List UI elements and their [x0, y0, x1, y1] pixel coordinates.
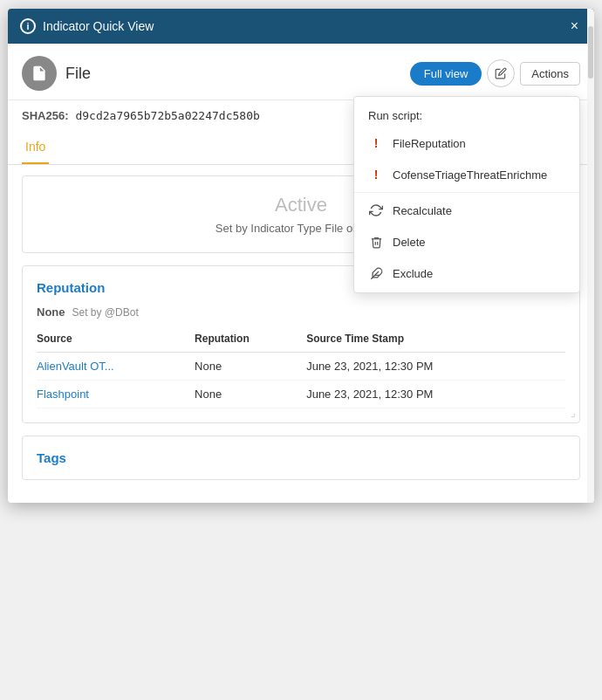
rep-resize-handle: ⌟	[571, 407, 576, 419]
modal-header: i Indicator Quick View ×	[8, 9, 594, 44]
dropdown-label-exclude: Exclude	[393, 267, 433, 280]
scrollbar-track[interactable]	[587, 9, 594, 503]
close-button[interactable]: ×	[567, 17, 582, 36]
rep-flashpoint: None	[195, 381, 306, 408]
ts-alienvault: June 23, 2021, 12:30 PM	[306, 353, 565, 381]
dropdown-item-exclude[interactable]: Exclude	[354, 257, 579, 289]
actions-button[interactable]: Actions	[520, 62, 580, 86]
indicator-quick-view-modal: i Indicator Quick View × File Full view …	[8, 9, 594, 503]
file-type-icon	[22, 56, 57, 91]
info-icon: i	[20, 18, 36, 34]
actions-dropdown-menu: Run script: ! FileReputation ! CofenseTr…	[353, 96, 580, 293]
reputation-set-by: Set by @DBot	[72, 306, 139, 319]
dropdown-item-filereputation[interactable]: ! FileReputation	[354, 127, 579, 159]
dropdown-section-label: Run script:	[354, 100, 579, 127]
col-timestamp: Source Time Stamp	[306, 329, 565, 353]
script-icon-1: !	[368, 135, 384, 151]
script-icon-2: !	[368, 167, 384, 182]
tags-section: Tags	[22, 436, 580, 480]
source-alienvault[interactable]: AlienVault OT...	[37, 353, 195, 381]
dropdown-item-cofense[interactable]: ! CofenseTriageThreatEnrichme	[354, 159, 579, 190]
reputation-table: Source Reputation Source Time Stamp Alie…	[37, 329, 565, 408]
modal-title: Indicator Quick View	[43, 19, 567, 33]
ts-flashpoint: June 23, 2021, 12:30 PM	[306, 381, 565, 408]
sha-value: d9cd2a7965b72b5a02247dc580b	[75, 109, 259, 122]
scrollbar-thumb[interactable]	[588, 26, 593, 79]
table-row: Flashpoint None June 23, 2021, 12:30 PM	[37, 381, 565, 408]
dropdown-label-filereputation: FileReputation	[393, 137, 466, 150]
reputation-none-label: None	[37, 305, 65, 319]
recalculate-icon	[368, 202, 384, 218]
table-row: AlienVault OT... None June 23, 2021, 12:…	[37, 353, 565, 381]
sha-label: SHA256:	[22, 109, 68, 122]
dropdown-label-cofense: CofenseTriageThreatEnrichme	[393, 168, 547, 182]
dropdown-divider-1	[354, 192, 579, 193]
tags-title: Tags	[37, 450, 565, 465]
full-view-button[interactable]: Full view	[410, 62, 482, 86]
indicator-header: File Full view Actions Run script: ! Fil…	[8, 44, 594, 100]
col-reputation: Reputation	[195, 329, 306, 353]
source-flashpoint[interactable]: Flashpoint	[37, 381, 195, 408]
reputation-none-row: None Set by @DBot	[37, 305, 565, 319]
dropdown-item-recalculate[interactable]: Recalculate	[354, 195, 579, 226]
edit-button[interactable]	[487, 59, 515, 87]
exclude-icon	[368, 265, 384, 281]
rep-alienvault: None	[195, 353, 306, 381]
tab-info[interactable]: Info	[22, 131, 49, 164]
dropdown-item-delete[interactable]: Delete	[354, 226, 579, 257]
delete-icon	[368, 234, 384, 250]
col-source: Source	[37, 329, 195, 353]
indicator-type-label: File	[65, 65, 91, 83]
indicator-actions: Full view Actions Run script: ! FileRepu…	[410, 59, 580, 87]
dropdown-label-delete: Delete	[393, 236, 426, 249]
dropdown-label-recalculate: Recalculate	[393, 204, 452, 217]
